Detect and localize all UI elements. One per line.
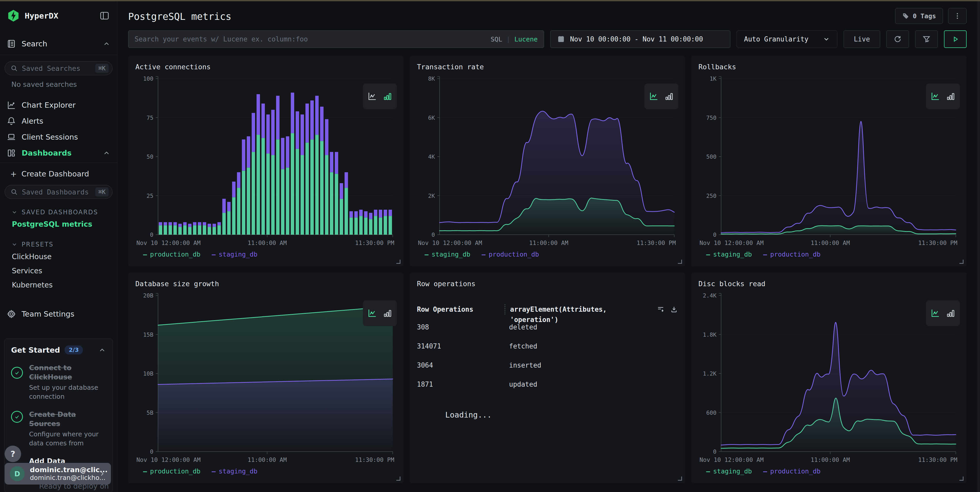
toggle-separator: | xyxy=(506,35,510,43)
table-row[interactable]: 314071fetched xyxy=(417,337,678,356)
sidebar-item-alerts[interactable]: Alerts xyxy=(0,113,117,129)
saved-searches-input[interactable]: ⌘K xyxy=(5,61,113,75)
sidebar-preset-clickhouse[interactable]: ClickHouse xyxy=(0,249,117,264)
refresh-button[interactable] xyxy=(886,30,909,48)
sidebar-preset-services[interactable]: Services xyxy=(0,264,117,278)
kebab-menu-icon xyxy=(953,12,961,20)
table-header-metric[interactable]: Row Operations xyxy=(417,305,509,313)
legend-dash-icon: — xyxy=(212,251,216,258)
line-chart-toggle-icon[interactable] xyxy=(649,91,659,101)
get-started-header[interactable]: Get Started 2/3 xyxy=(11,345,106,355)
laptop-icon xyxy=(7,133,16,142)
lucene-toggle[interactable]: Lucene xyxy=(514,35,538,43)
svg-text:25: 25 xyxy=(147,193,154,199)
sql-toggle[interactable]: SQL xyxy=(490,35,502,43)
table-row[interactable]: 3064inserted xyxy=(417,356,678,375)
help-button[interactable]: ? xyxy=(5,446,21,462)
chart-type-toggle[interactable] xyxy=(644,83,678,109)
chart-type-toggle[interactable] xyxy=(926,300,960,326)
search-icon xyxy=(11,188,18,195)
line-chart-toggle-icon[interactable] xyxy=(930,308,940,318)
svg-text:20B: 20B xyxy=(143,292,153,299)
sidebar-dashboard-postgresql-metrics[interactable]: PostgreSQL metrics xyxy=(0,217,117,231)
bar-chart-toggle-icon[interactable] xyxy=(946,308,956,318)
svg-text:8K: 8K xyxy=(428,75,435,82)
legend-item-production-db[interactable]: —production_db xyxy=(482,251,539,258)
date-range-picker[interactable]: Nov 10 00:00:00 - Nov 11 00:00:00 xyxy=(550,30,730,48)
legend-label: production_db xyxy=(489,251,539,258)
legend-item-staging-db[interactable]: —staging_db xyxy=(706,251,752,258)
line-chart-toggle-icon[interactable] xyxy=(930,91,940,101)
search-input[interactable] xyxy=(135,35,490,43)
chart-type-toggle[interactable] xyxy=(926,83,960,109)
svg-text:Nov 10 12:00:00 AM: Nov 10 12:00:00 AM xyxy=(137,457,200,463)
granularity-select[interactable]: Auto Granularity xyxy=(737,30,837,48)
svg-text:75: 75 xyxy=(147,115,154,121)
svg-text:11:30:00 PM: 11:30:00 PM xyxy=(355,457,394,463)
sidebar-item-client-sessions[interactable]: Client Sessions xyxy=(0,129,117,145)
event-search-box[interactable]: SQL | Lucene xyxy=(128,30,544,48)
saved-searches-field[interactable] xyxy=(22,64,95,72)
legend-item-staging-db[interactable]: —staging_db xyxy=(212,251,258,258)
tags-button[interactable]: 0 Tags xyxy=(895,8,943,24)
legend-dash-icon: — xyxy=(425,251,428,258)
svg-text:100: 100 xyxy=(143,75,153,82)
check-circle-icon xyxy=(11,367,23,379)
bar-chart-toggle-icon[interactable] xyxy=(383,91,393,101)
line-chart-toggle-icon[interactable] xyxy=(367,308,377,318)
run-query-button[interactable] xyxy=(944,30,967,48)
saved-dashboards-input[interactable]: ⌘K xyxy=(5,185,113,199)
chart-svg: 0255075100Nov 10 12:00:00 AM11:00:00 AM1… xyxy=(135,74,396,248)
legend-item-staging-db[interactable]: —staging_db xyxy=(212,468,258,475)
svg-text:11:00:00 AM: 11:00:00 AM xyxy=(811,457,850,463)
line-chart-toggle-icon[interactable] xyxy=(367,91,377,101)
sidebar-item-label: Chart Explorer xyxy=(22,101,110,109)
legend-item-production-db[interactable]: —production_db xyxy=(143,251,200,258)
user-account-button[interactable]: D dominic.tran@clic... dominic.tran@clic… xyxy=(5,463,111,484)
legend-item-staging-db[interactable]: —staging_db xyxy=(706,468,752,475)
bar-chart-toggle-icon[interactable] xyxy=(664,91,674,101)
sidebar-item-team-settings[interactable]: Team Settings xyxy=(0,306,117,322)
sidebar-item-chart-explorer[interactable]: Chart Explorer xyxy=(0,97,117,113)
browser-loading-strip xyxy=(0,0,980,1)
sidebar-preset-kubernetes[interactable]: Kubernetes xyxy=(0,278,117,292)
sidebar-section-search[interactable]: Search xyxy=(0,36,117,51)
svg-text:50: 50 xyxy=(147,153,154,160)
sidebar-collapse-icon[interactable] xyxy=(99,10,110,21)
legend-item-production-db[interactable]: —production_db xyxy=(763,468,821,475)
download-icon[interactable] xyxy=(670,305,678,313)
saved-dashboards-caption[interactable]: SAVED DASHBOARDS xyxy=(0,207,117,217)
filter-button[interactable] xyxy=(915,30,938,48)
saved-dashboards-field[interactable] xyxy=(22,188,95,196)
legend-label: staging_db xyxy=(219,468,258,475)
chart-type-toggle[interactable] xyxy=(363,300,397,326)
table-header-expression[interactable]: arrayElement(Attributes, 'operation') xyxy=(504,304,657,315)
get-started-item-title: Create Data Sources xyxy=(29,410,106,429)
svg-text:6K: 6K xyxy=(428,115,435,121)
bar-chart-toggle-icon[interactable] xyxy=(383,308,393,318)
svg-text:Nov 10 12:00:00 AM: Nov 10 12:00:00 AM xyxy=(137,240,200,246)
chart-legend: —staging_db—production_db xyxy=(706,468,959,475)
live-button[interactable]: Live xyxy=(843,30,880,48)
get-started-item-connect[interactable]: Connect to ClickHouse Set up your databa… xyxy=(11,363,106,401)
expand-rows-icon[interactable] xyxy=(657,305,665,313)
chart-type-toggle[interactable] xyxy=(363,83,397,109)
panel-database-size-growth: Database size growth05B10B15B20BNov 10 1… xyxy=(128,273,404,483)
search-section-label: Search xyxy=(22,39,103,48)
calendar-icon xyxy=(557,35,565,43)
user-email-secondary: dominic.tran@clickho... xyxy=(30,474,99,482)
dashboard-menu-button[interactable] xyxy=(948,8,967,24)
table-row[interactable]: 1871updated xyxy=(417,375,678,394)
cell-operation: fetched xyxy=(509,342,678,350)
bar-chart-toggle-icon[interactable] xyxy=(946,91,956,101)
legend-item-production-db[interactable]: —production_db xyxy=(143,468,200,475)
granularity-value: Auto Granularity xyxy=(744,35,808,43)
get-started-item-sources[interactable]: Create Data Sources Configure where your… xyxy=(11,410,106,448)
legend-item-production-db[interactable]: —production_db xyxy=(763,251,821,258)
svg-text:750: 750 xyxy=(706,115,716,121)
sidebar-item-dashboards[interactable]: Dashboards xyxy=(0,145,117,161)
presets-caption[interactable]: PRESETS xyxy=(0,239,117,249)
legend-item-staging-db[interactable]: —staging_db xyxy=(425,251,471,258)
scrollbar[interactable] xyxy=(978,1,980,492)
create-dashboard-button[interactable]: + Create Dashboard xyxy=(0,166,117,181)
